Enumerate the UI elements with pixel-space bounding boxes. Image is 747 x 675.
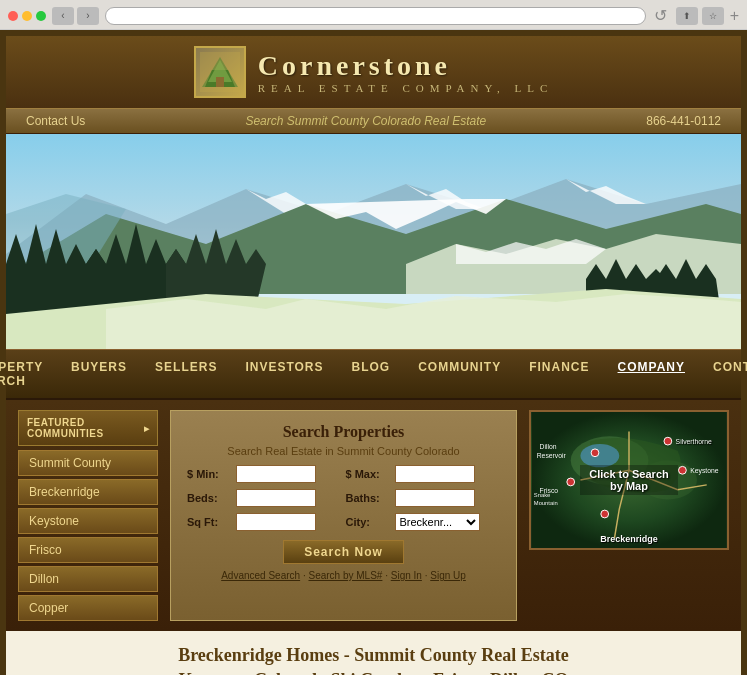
search-panel: Search Properties Search Real Estate in … — [170, 410, 517, 621]
svg-point-33 — [567, 478, 575, 486]
sidebar-link-keystone[interactable]: Keystone — [18, 508, 158, 534]
sidebar-item-dillon[interactable]: Dillon — [18, 566, 158, 592]
nav-item-community[interactable]: COMMUNITY — [404, 350, 515, 398]
sidebar-item-summit-county[interactable]: Summit County — [18, 450, 158, 476]
sidebar-link-dillon[interactable]: Dillon — [18, 566, 158, 592]
hero-svg — [6, 134, 741, 349]
nav-link-buyers[interactable]: BUYERS — [57, 350, 141, 384]
nav-item-sellers[interactable]: SELLERS — [141, 350, 231, 398]
max-price-label: $ Max: — [346, 468, 391, 480]
min-price-row: $ Min: — [187, 465, 342, 483]
nav-link-contact[interactable]: CONTACT — [699, 350, 747, 384]
svg-point-26 — [664, 437, 672, 445]
left-sidebar: FEATURED COMMUNITIES ▸ Summit County Bre… — [18, 410, 158, 621]
new-tab-button[interactable]: + — [730, 8, 739, 24]
sqft-label: Sq Ft: — [187, 516, 232, 528]
maximize-dot[interactable] — [36, 11, 46, 21]
forward-button[interactable]: › — [77, 7, 99, 25]
sidebar-links: Summit County Breckenridge Keystone Fris… — [18, 450, 158, 621]
sqft-input[interactable] — [236, 513, 316, 531]
main-nav: PROPERTY SEARCH BUYERS SELLERS INVESTORS… — [6, 349, 741, 400]
advanced-search-link[interactable]: Advanced Search — [221, 570, 300, 581]
sidebar-item-copper[interactable]: Copper — [18, 595, 158, 621]
svg-rect-4 — [216, 77, 224, 87]
company-name: Cornerstone — [258, 50, 554, 82]
sidebar-link-summit-county[interactable]: Summit County — [18, 450, 158, 476]
site-header: Cornerstone REAL ESTATE COMPANY, LLC — [6, 36, 741, 108]
logo-box: Cornerstone REAL ESTATE COMPANY, LLC — [194, 46, 554, 98]
nav-items: PROPERTY SEARCH BUYERS SELLERS INVESTORS… — [0, 350, 747, 398]
nav-item-property-search[interactable]: PROPERTY SEARCH — [0, 350, 57, 398]
sidebar-link-copper[interactable]: Copper — [18, 595, 158, 621]
max-price-input[interactable] — [395, 465, 475, 483]
svg-text:Mountain: Mountain — [534, 500, 558, 506]
sidebar-item-frisco[interactable]: Frisco — [18, 537, 158, 563]
hero-image — [6, 134, 741, 349]
logo-icon — [194, 46, 246, 98]
svg-point-30 — [591, 449, 599, 457]
search-title: Search Properties — [187, 423, 500, 441]
svg-point-25 — [580, 444, 619, 467]
nav-link-sellers[interactable]: SELLERS — [141, 350, 231, 384]
nav-link-property-search[interactable]: PROPERTY SEARCH — [0, 350, 57, 398]
nav-link-investors[interactable]: INVESTORS — [231, 350, 337, 384]
nav-link-finance[interactable]: FINANCE — [515, 350, 603, 384]
search-mls-link[interactable]: Search by MLS# — [308, 570, 382, 581]
close-dot[interactable] — [8, 11, 18, 21]
browser-chrome: ‹ › ↺ ⬆ ☆ + — [0, 0, 747, 30]
svg-point-28 — [679, 466, 687, 474]
min-price-label: $ Min: — [187, 468, 232, 480]
bottom-heading-line2: Keystone Colorado Ski Condos - Frisco, D… — [178, 670, 568, 675]
sign-up-link[interactable]: Sign Up — [430, 570, 466, 581]
sidebar-link-frisco[interactable]: Frisco — [18, 537, 158, 563]
content-area: FEATURED COMMUNITIES ▸ Summit County Bre… — [6, 400, 741, 631]
sidebar-item-keystone[interactable]: Keystone — [18, 508, 158, 534]
company-tagline: REAL ESTATE COMPANY, LLC — [258, 82, 554, 94]
nav-link-company[interactable]: COMPANY — [604, 350, 699, 384]
beds-label: Beds: — [187, 492, 232, 504]
nav-item-finance[interactable]: FINANCE — [515, 350, 603, 398]
baths-row: Baths: — [346, 489, 501, 507]
sqft-row: Sq Ft: — [187, 513, 342, 531]
share-button[interactable]: ⬆ — [676, 7, 698, 25]
sidebar-item-breckenridge[interactable]: Breckenridge — [18, 479, 158, 505]
browser-actions: ⬆ ☆ — [676, 7, 724, 25]
map-area: Silverthorne Keystone Dillon Reservoir F… — [529, 410, 729, 621]
map-image[interactable]: Silverthorne Keystone Dillon Reservoir F… — [529, 410, 729, 550]
min-price-input[interactable] — [236, 465, 316, 483]
city-select[interactable]: Breckenr... Keystone Frisco Dillon — [395, 513, 480, 531]
nav-item-buyers[interactable]: BUYERS — [57, 350, 141, 398]
svg-marker-21 — [106, 294, 741, 349]
nav-item-blog[interactable]: BLOG — [338, 350, 405, 398]
contact-label[interactable]: Contact Us — [26, 114, 85, 128]
address-bar[interactable] — [105, 7, 646, 25]
svg-text:Reservoir: Reservoir — [537, 452, 567, 459]
nav-item-investors[interactable]: INVESTORS — [231, 350, 337, 398]
bookmark-button[interactable]: ☆ — [702, 7, 724, 25]
site-wrapper: Cornerstone REAL ESTATE COMPANY, LLC Con… — [0, 30, 747, 675]
browser-nav: ‹ › — [52, 7, 99, 25]
refresh-icon[interactable]: ↺ — [652, 6, 670, 25]
beds-input[interactable] — [236, 489, 316, 507]
sidebar-link-breckenridge[interactable]: Breckenridge — [18, 479, 158, 505]
nav-item-contact[interactable]: CONTACT — [699, 350, 747, 398]
city-label: City: — [346, 516, 391, 528]
featured-communities-button[interactable]: FEATURED COMMUNITIES ▸ — [18, 410, 158, 446]
nav-link-community[interactable]: COMMUNITY — [404, 350, 515, 384]
back-button[interactable]: ‹ — [52, 7, 74, 25]
sign-in-link[interactable]: Sign In — [391, 570, 422, 581]
nav-item-company[interactable]: COMPANY — [604, 350, 699, 398]
nav-link-blog[interactable]: BLOG — [338, 350, 405, 384]
map-click-label[interactable]: Click to Search by Map — [580, 465, 678, 495]
chevron-right-icon: ▸ — [144, 423, 150, 434]
search-now-button[interactable]: Search Now — [283, 540, 404, 564]
site-tagline: Search Summit County Colorado Real Estat… — [245, 114, 486, 128]
phone-number[interactable]: 866-441-0112 — [646, 114, 721, 128]
search-subtitle: Search Real Estate in Summit County Colo… — [187, 445, 500, 457]
featured-communities-label: FEATURED COMMUNITIES — [27, 417, 144, 439]
beds-row: Beds: — [187, 489, 342, 507]
baths-input[interactable] — [395, 489, 475, 507]
svg-text:Snake: Snake — [534, 492, 550, 498]
svg-text:Keystone: Keystone — [690, 467, 719, 475]
minimize-dot[interactable] — [22, 11, 32, 21]
